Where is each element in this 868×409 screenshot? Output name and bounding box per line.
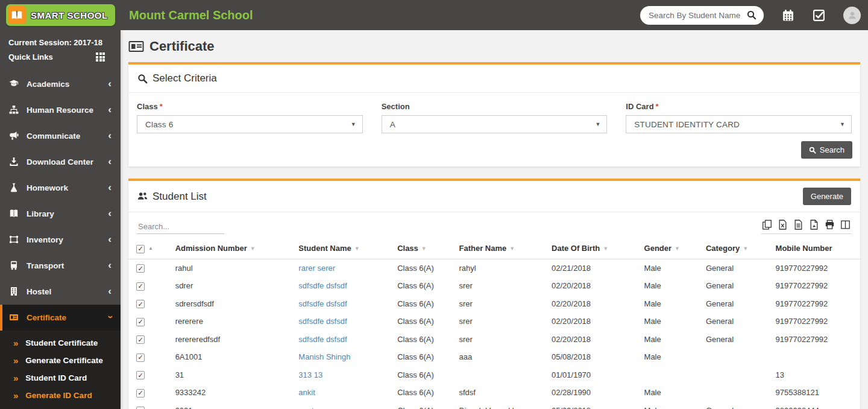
sidebar-item-hostel[interactable]: Hostel‹ [0,279,121,305]
student-name-link[interactable]: Manish Shingh [298,352,350,361]
column-header-label: Category [706,244,740,253]
student-search-input[interactable] [649,11,747,20]
table-row: ✓rahulrarer sererClass 6(A)rahyl02/21/20… [128,259,860,277]
cell-mobile: 919770227992 [772,259,860,277]
select-caret-icon: ▼ [840,121,845,127]
sidebar-item-inventory[interactable]: Inventory‹ [0,227,121,253]
row-select-cell: ✓ [128,259,172,277]
row-checkbox[interactable]: ✓ [136,282,145,291]
submenu-item-generate-id-card[interactable]: »Generate ID Card [0,387,121,404]
column-header-father-name[interactable]: Father Name▼ [455,239,548,259]
building-icon [9,287,19,297]
id-card-field: ID Card*STUDENT IDENTITY CARD▼ [626,102,852,133]
student-name-link[interactable]: sdfsdfe dsfsdf [298,317,347,326]
check-square-icon[interactable] [813,9,825,22]
cell-admission: 9091 [172,402,295,409]
cell-gender: Male [641,277,702,295]
row-checkbox[interactable]: ✓ [136,407,145,409]
sidebar-item-label: Inventory [27,235,108,244]
sidebar-item-download-center[interactable]: Download Center‹ [0,149,121,175]
cell-category [702,366,772,384]
double-chevron-icon: » [13,373,18,383]
row-checkbox[interactable]: ✓ [136,371,145,379]
column-header-class[interactable]: Class▼ [394,239,455,259]
select-all-checkbox[interactable]: ✓ [136,245,145,253]
double-chevron-icon: » [13,338,18,348]
row-checkbox[interactable]: ✓ [136,335,145,344]
calendar-icon[interactable] [782,9,794,22]
table-search-input[interactable] [137,220,224,234]
copy-icon[interactable] [762,220,772,230]
criteria-fields: Class*Class 6▼SectionA▼ID Card*STUDENT I… [128,93,860,133]
column-header-label: Student Name [298,244,351,253]
submenu-item-generate-certificate[interactable]: »Generate Certificate [0,352,121,369]
avatar[interactable] [843,7,861,24]
cell-gender: Male [641,295,702,313]
sidebar-item-label: Human Resource [27,106,108,115]
sort-caret-icon: ▼ [250,246,256,252]
cell-gender: Male [641,312,702,331]
search-button[interactable]: Search [801,141,852,159]
select-value: A [390,120,596,129]
sidebar-item-transport[interactable]: Transport‹ [0,253,121,279]
sidebar-item-library[interactable]: Library‹ [0,201,121,227]
required-asterisk: * [656,102,659,111]
submenu-item-student-certificate[interactable]: »Student Certificate [0,334,121,352]
quick-links[interactable]: Quick Links [0,47,121,62]
cell-mobile: 9200092444 [772,402,860,409]
topbar-actions [640,6,868,25]
submenu-item-student-id-card[interactable]: »Student ID Card [0,369,121,387]
topbar-search[interactable] [640,6,764,25]
student-name-link[interactable]: 313 13 [298,370,322,379]
column-header-admission-number[interactable]: Admission Number▼ [172,239,295,259]
cell-category: General [702,295,772,313]
row-checkbox[interactable]: ✓ [136,318,145,326]
search-icon[interactable] [747,10,756,20]
sidebar-item-human-resource[interactable]: Human Resource‹ [0,97,121,123]
sidebar-item-academics[interactable]: Academics‹ [0,71,121,97]
cell-name: sdfsdfe dsfsdf [295,277,394,295]
row-checkbox[interactable]: ✓ [136,354,145,362]
sidebar-item-certificate[interactable]: Certificate‹ [0,305,121,331]
print-icon[interactable] [825,220,835,230]
field-label-text: Section [382,102,410,111]
column-header-date-of-birth[interactable]: Date Of Birth▼ [548,239,641,259]
logo[interactable]: SMART SCHOOL [0,4,121,26]
cell-gender: Male [641,348,702,366]
row-checkbox[interactable]: ✓ [136,264,145,273]
column-header-mobile-number[interactable]: Mobile Number [772,239,860,259]
csv-icon[interactable] [793,220,804,230]
columns-icon[interactable] [840,220,851,230]
sidebar-item-label: Library [27,209,108,218]
cell-father: rahyl [455,259,548,277]
column-header-category[interactable]: Category▼ [702,239,772,259]
page-title: Certificate [149,39,215,54]
logo-pill: SMART SCHOOL [6,4,115,26]
cell-category: General [702,331,772,349]
student-name-link[interactable]: gautam rrrr [298,406,337,409]
class-select[interactable]: Class 6▼ [137,115,363,133]
student-name-link[interactable]: sdfsdfe dsfsdf [298,335,347,344]
student-name-link[interactable]: rarer serer [298,264,335,273]
cell-gender: Male [641,384,702,402]
section-select[interactable]: A▼ [382,115,608,133]
book-icon [9,209,19,219]
row-checkbox[interactable]: ✓ [136,300,145,308]
id-card-select[interactable]: STUDENT IDENTITY CARD▼ [626,115,852,133]
sidebar-item-communicate[interactable]: Communicate‹ [0,123,121,149]
excel-icon[interactable] [778,220,788,230]
pdf-icon[interactable] [809,220,819,230]
row-checkbox[interactable]: ✓ [136,389,145,398]
student-name-link[interactable]: sdfsdfe dsfsdf [298,281,347,290]
student-name-link[interactable]: ankit [298,388,315,397]
generate-button[interactable]: Generate [803,188,851,205]
sidebar: Current Session: 2017-18 Quick Links Aca… [0,30,121,409]
chevron-left-icon: ‹ [108,130,112,141]
chevron-left-icon: ‹ [108,234,112,244]
current-session-label: Current Session: 2017-18 [0,30,121,47]
sidebar-item-homework[interactable]: Homework‹ [0,175,121,201]
column-header-gender[interactable]: Gender▼ [641,239,702,259]
student-name-link[interactable]: sdfsdfe dsfsdf [298,299,347,308]
row-select-cell: ✓ [128,402,172,409]
column-header-student-name[interactable]: Student Name▼ [295,239,394,259]
